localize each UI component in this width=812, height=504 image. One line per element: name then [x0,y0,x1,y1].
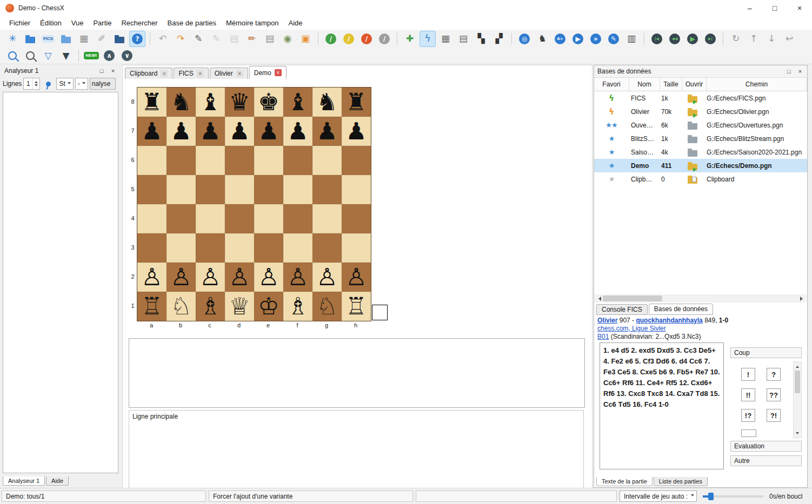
autoplay-button[interactable]: ▶ [570,31,586,47]
open-state-cell[interactable] [681,172,704,186]
search-button[interactable] [22,48,38,64]
open-recent-button[interactable] [58,31,74,47]
maximize-button[interactable]: □ [762,0,787,16]
favorite-cell[interactable]: ★ [594,145,629,159]
tab-clipboard[interactable]: Clipboard× [125,68,172,79]
open-state-cell[interactable] [681,118,704,132]
square-f2[interactable]: ♙ [283,263,312,292]
column-header-taille[interactable]: Taille [660,78,682,91]
tab-console-fics[interactable]: Console FICS [596,304,648,315]
brush-button[interactable]: ✏ [244,31,260,47]
float-panel-icon[interactable]: □ [98,67,105,75]
open-state-cell[interactable] [681,145,704,159]
square-f3[interactable] [283,233,312,263]
square-f5[interactable] [283,175,312,204]
square-e8[interactable]: ♚ [254,88,283,117]
square-e6[interactable] [254,146,283,175]
tab-close-icon[interactable]: × [275,69,282,76]
db-row-saiso[interactable]: ★Saiso…4kG:/Echecs/Saison2020-2021.pgn [594,145,807,159]
square-a3[interactable] [137,233,167,263]
tab-bases-de-donn-es[interactable]: Bases de données [649,304,713,315]
square-c7[interactable]: ♟ [196,117,225,146]
scroll-right-icon[interactable] [798,294,807,303]
game-text-view[interactable]: 1. e4 d5 2. exd5 Dxd5 3. Cc3 De5+ 4. Fe2… [600,342,724,469]
annotation-button-4[interactable]: !? [741,409,755,422]
square-a7[interactable]: ♟ [137,117,167,146]
copy-position-button[interactable]: ▤ [262,31,278,47]
snapshot-button[interactable]: ◉ [279,31,296,47]
square-c4[interactable] [196,204,225,233]
column-header-ouvrir[interactable]: Ouvrir [682,78,707,91]
db-row-clipb[interactable]: ★Clipb…0Clipboard [594,172,807,186]
annotate-text-button[interactable]: A+ [552,31,568,47]
square-e7[interactable]: ♟ [254,117,283,146]
auto-forward-button[interactable]: » [588,31,604,47]
square-e4[interactable] [254,204,283,233]
spinbox-arrows[interactable] [32,78,39,89]
square-b5[interactable] [167,175,196,204]
new-badge-button[interactable]: NEW! [83,48,99,64]
column-header-chemin[interactable]: Chemin [707,78,807,91]
square-b2[interactable]: ♙ [167,263,196,292]
edit-disabled-button[interactable]: ✎ [208,31,224,47]
close-panel-icon[interactable]: × [796,68,804,75]
square-c2[interactable]: ♙ [196,263,225,292]
square-d6[interactable] [225,146,254,175]
square-h3[interactable] [342,233,371,263]
annotation-button-0[interactable]: ! [741,368,755,381]
open-state-cell[interactable] [681,159,704,172]
menu-rechercher[interactable]: Rechercher [116,17,162,29]
annotation-green-button[interactable]: / [323,31,339,47]
square-a6[interactable] [137,146,167,175]
square-c6[interactable] [196,146,225,175]
previous-game-button[interactable]: ↑ [746,31,762,47]
goto-last-button[interactable]: ▶| [702,31,718,47]
tab-analyseur-1[interactable]: Analyseur 1 [3,476,45,486]
favorite-cell[interactable]: ★ [594,159,629,172]
tab-close-icon[interactable]: × [236,70,243,77]
autre-header[interactable]: Autre [730,455,802,466]
square-d4[interactable] [225,204,254,233]
square-h2[interactable]: ♙ [342,263,371,292]
square-b7[interactable]: ♟ [167,117,196,146]
square-h4[interactable] [342,204,371,233]
menu-vue[interactable]: Vue [66,17,89,29]
white-player-link[interactable]: Olivier [597,317,617,324]
square-d2[interactable]: ♙ [225,263,254,292]
previous-move-button[interactable]: ◀◀ [667,31,683,47]
goto-first-button[interactable]: |◀ [649,31,665,47]
square-f4[interactable] [283,204,312,233]
square-f7[interactable]: ♟ [283,117,312,146]
square-g1[interactable]: ♘ [312,292,342,321]
float-panel-icon[interactable]: □ [785,68,793,75]
analyser-output[interactable] [3,92,118,473]
square-g4[interactable] [312,204,342,233]
menu-aide[interactable]: Aide [283,17,307,29]
open-database-button[interactable] [22,31,38,47]
square-e2[interactable]: ♙ [254,263,283,292]
scrollbar-thumb[interactable] [603,295,662,301]
filmstrip-button[interactable]: ▤ [455,31,471,47]
square-g5[interactable] [312,175,342,204]
annotation-button-2[interactable]: !! [741,388,755,401]
open-state-cell[interactable] [681,91,704,105]
square-a1[interactable]: ♖ [137,292,167,321]
square-a8[interactable]: ♜ [137,88,167,117]
spin-up-icon[interactable] [35,79,38,83]
db-row-olivier[interactable]: ϟOlivier70kG:/Echecs/Olivier.pgn [594,105,807,118]
square-g7[interactable]: ♟ [312,117,342,146]
new-database-button[interactable]: ✳ [4,31,21,47]
spin-down-icon[interactable] [35,84,38,88]
menu-partie[interactable]: Partie [88,17,116,29]
annotation-button-3[interactable]: ?? [767,388,781,401]
tools-button[interactable]: ✐ [94,31,110,47]
square-c8[interactable]: ♝ [196,88,225,117]
tab-fics[interactable]: FICS× [174,68,208,79]
collapse-all-button[interactable]: ∧ [101,48,117,64]
square-h5[interactable] [342,175,371,204]
scroll-up-icon[interactable] [794,362,801,369]
square-g2[interactable]: ♙ [312,263,342,292]
tab-aide[interactable]: Aide [46,476,69,486]
favorite-cell[interactable]: ϟ [594,105,629,118]
square-h7[interactable]: ♟ [342,117,371,146]
